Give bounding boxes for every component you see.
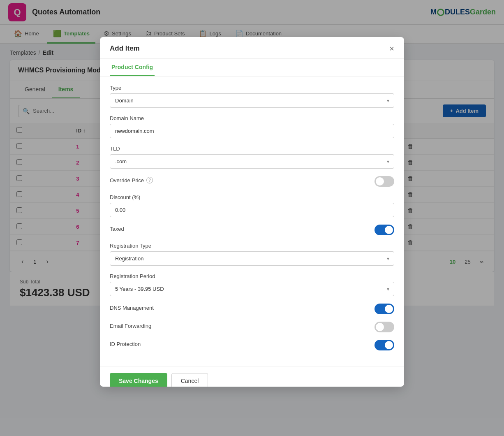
- tld-select[interactable]: .com .net .org .io: [110, 154, 394, 169]
- modal-close-button[interactable]: ×: [389, 44, 394, 53]
- override-price-row: Override Price ?: [110, 176, 394, 187]
- form-group-taxed: Taxed: [110, 225, 394, 235]
- taxed-toggle[interactable]: [375, 225, 394, 235]
- form-group-discount: Discount (%): [110, 194, 394, 217]
- modal-title: Add Item: [110, 44, 140, 53]
- override-price-label: Override Price ?: [110, 177, 153, 183]
- modal-body: Type Domain Product Service Custom Domai…: [100, 77, 404, 315]
- registration-period-select-wrap: 1 Year - 9.99 USD 2 Years - 19.95 USD 5 …: [110, 282, 394, 296]
- domain-name-label: Domain Name: [110, 115, 394, 121]
- dns-management-toggle[interactable]: [375, 304, 394, 314]
- modal-tabs: Product Config: [100, 59, 404, 77]
- discount-input[interactable]: [110, 203, 394, 217]
- domain-name-input[interactable]: [110, 124, 394, 138]
- tld-select-wrap: .com .net .org .io: [110, 154, 394, 169]
- discount-label: Discount (%): [110, 194, 394, 200]
- override-price-toggle[interactable]: [375, 176, 394, 187]
- type-label: Type: [110, 85, 394, 91]
- form-group-tld: TLD .com .net .org .io: [110, 146, 394, 169]
- taxed-label: Taxed: [110, 226, 124, 232]
- form-group-dns-management: DNS Management: [110, 304, 394, 314]
- registration-period-label: Registration Period: [110, 273, 394, 279]
- registration-type-select[interactable]: Registration Transfer Renewal: [110, 251, 394, 266]
- modal-header: Add Item ×: [100, 37, 404, 59]
- dns-management-label: DNS Management: [110, 305, 154, 311]
- form-group-domain-name: Domain Name: [110, 115, 394, 138]
- type-select[interactable]: Domain Product Service Custom: [110, 93, 394, 108]
- add-item-modal: Add Item × Product Config Type Domain Pr…: [100, 37, 404, 315]
- form-group-type: Type Domain Product Service Custom: [110, 85, 394, 108]
- registration-type-label: Registration Type: [110, 243, 394, 249]
- form-group-override-price: Override Price ?: [110, 176, 394, 187]
- override-price-slider: [375, 176, 394, 187]
- form-group-registration-type: Registration Type Registration Transfer …: [110, 243, 394, 266]
- type-select-wrap: Domain Product Service Custom: [110, 93, 394, 108]
- tld-label: TLD: [110, 146, 394, 152]
- taxed-row: Taxed: [110, 225, 394, 235]
- dns-management-slider: [375, 304, 394, 314]
- taxed-slider: [375, 225, 394, 235]
- modal-tab-product-config[interactable]: Product Config: [110, 59, 155, 76]
- registration-type-select-wrap: Registration Transfer Renewal: [110, 251, 394, 266]
- dns-management-row: DNS Management: [110, 304, 394, 314]
- modal-overlay: Add Item × Product Config Type Domain Pr…: [0, 0, 504, 315]
- form-group-registration-period: Registration Period 1 Year - 9.99 USD 2 …: [110, 273, 394, 296]
- override-price-help-icon[interactable]: ?: [146, 177, 153, 183]
- registration-period-select[interactable]: 1 Year - 9.99 USD 2 Years - 19.95 USD 5 …: [110, 282, 394, 296]
